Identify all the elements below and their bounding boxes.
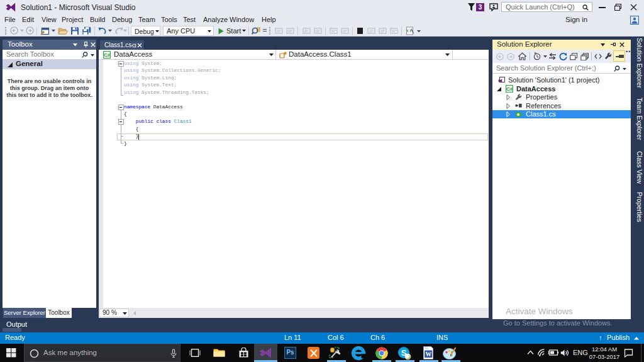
svg-text:C#: C# bbox=[506, 86, 513, 92]
svg-text:C#: C# bbox=[104, 52, 111, 58]
svg-text:W: W bbox=[425, 351, 431, 358]
